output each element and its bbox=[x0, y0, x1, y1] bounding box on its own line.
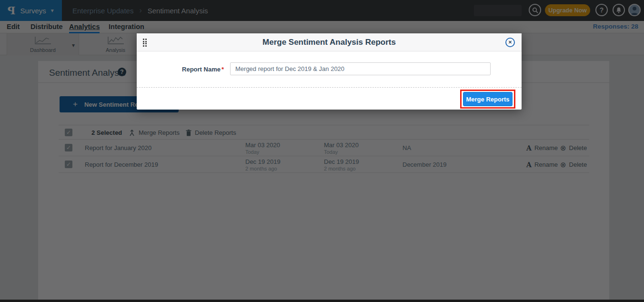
merge-reports-modal: Merge Sentiment Analysis Reports ✕ Repor… bbox=[137, 33, 522, 110]
drag-handle-icon[interactable] bbox=[143, 39, 147, 47]
click-target-annotation: Merge Reports bbox=[460, 90, 515, 109]
modal-title: Merge Sentiment Analysis Reports bbox=[137, 33, 522, 51]
report-name-input[interactable] bbox=[230, 62, 491, 75]
report-name-label: Report Name* bbox=[165, 66, 224, 73]
close-icon[interactable]: ✕ bbox=[505, 38, 515, 47]
modal-header: Merge Sentiment Analysis Reports ✕ bbox=[137, 33, 522, 51]
required-marker: * bbox=[221, 66, 224, 73]
dashed-divider bbox=[137, 87, 522, 88]
merge-reports-button[interactable]: Merge Reports bbox=[463, 92, 513, 106]
app-window: P Surveys ▾ Enterprise Updates › Sentime… bbox=[0, 0, 644, 302]
report-name-field-row: Report Name* bbox=[137, 51, 522, 87]
